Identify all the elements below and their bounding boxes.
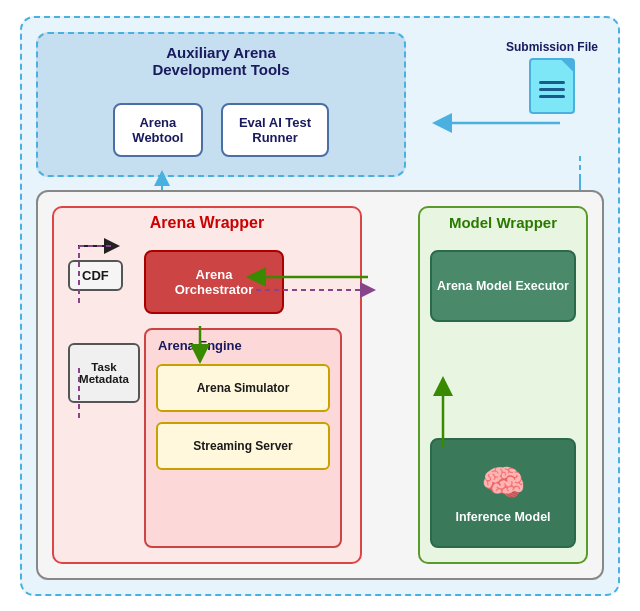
task-metadata-box: TaskMetadata xyxy=(68,343,140,403)
arena-webtool-box: ArenaWebtool xyxy=(113,103,203,157)
model-wrapper-title: Model Wrapper xyxy=(449,214,557,231)
submission-file-icon xyxy=(529,58,575,114)
model-executor-label: Arena Model Executor xyxy=(437,279,569,293)
inference-model-label: Inference Model xyxy=(455,510,550,524)
orchestrator-box: ArenaOrchestrator xyxy=(144,250,284,314)
model-executor-box: Arena Model Executor xyxy=(430,250,576,322)
bottom-container: Arena Wrapper CDF ArenaOrchestrator Task… xyxy=(36,190,604,580)
outer-container: Auxiliary Arena Development Tools ArenaW… xyxy=(20,16,620,596)
submission-file-label: Submission File xyxy=(506,40,598,54)
aux-title: Auxiliary Arena Development Tools xyxy=(152,44,289,78)
aux-title-line1: Auxiliary Arena xyxy=(166,44,276,61)
arena-simulator-label: Arena Simulator xyxy=(197,381,290,395)
streaming-server-box: Streaming Server xyxy=(156,422,330,470)
aux-section: Auxiliary Arena Development Tools ArenaW… xyxy=(36,32,406,177)
file-line-1 xyxy=(539,81,565,84)
arena-wrapper-title: Arena Wrapper xyxy=(150,214,264,232)
cdf-box: CDF xyxy=(68,260,123,291)
inference-model-box: 🧠 Inference Model xyxy=(430,438,576,548)
aux-tools-row: ArenaWebtool Eval AI TestRunner xyxy=(38,103,404,157)
brain-icon: 🧠 xyxy=(481,462,526,504)
arena-engine-box: Arena Engine Arena Simulator Streaming S… xyxy=(144,328,342,548)
file-line-3 xyxy=(539,95,565,98)
streaming-server-label: Streaming Server xyxy=(193,439,292,453)
architecture-diagram: Auxiliary Arena Development Tools ArenaW… xyxy=(20,16,620,596)
submission-file: Submission File xyxy=(506,40,598,114)
arena-simulator-box: Arena Simulator xyxy=(156,364,330,412)
aux-title-line2: Development Tools xyxy=(152,61,289,78)
file-line-2 xyxy=(539,88,565,91)
arena-engine-title: Arena Engine xyxy=(158,338,242,353)
eval-ai-test-runner-box: Eval AI TestRunner xyxy=(221,103,329,157)
arena-wrapper: Arena Wrapper CDF ArenaOrchestrator Task… xyxy=(52,206,362,564)
file-lines xyxy=(539,81,565,98)
model-wrapper: Model Wrapper Arena Model Executor 🧠 Inf… xyxy=(418,206,588,564)
